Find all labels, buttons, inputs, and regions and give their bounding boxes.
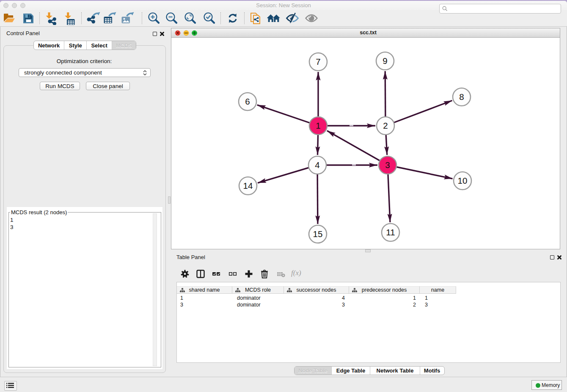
svg-text:14: 14 [243, 181, 253, 190]
svg-text:1: 1 [316, 121, 320, 130]
svg-text:3: 3 [385, 160, 390, 170]
svg-text:7: 7 [316, 57, 320, 66]
svg-text:6: 6 [245, 97, 250, 106]
svg-text:10: 10 [458, 176, 468, 185]
svg-text:8: 8 [459, 92, 464, 102]
svg-text:11: 11 [386, 227, 395, 237]
svg-text:4: 4 [315, 160, 319, 170]
svg-text:9: 9 [383, 56, 387, 66]
svg-text:2: 2 [383, 121, 388, 130]
svg-text:15: 15 [313, 229, 323, 239]
